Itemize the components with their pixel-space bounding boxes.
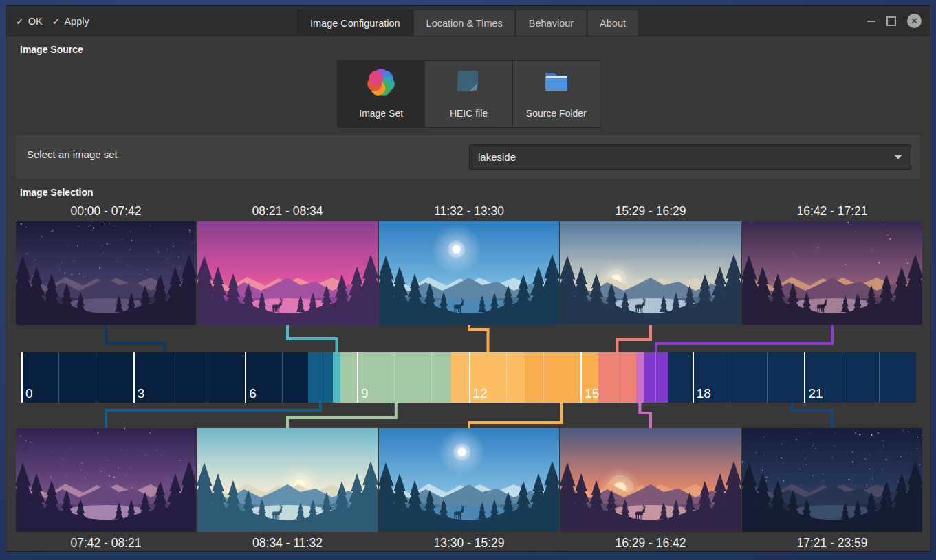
time-range-label: 16:29 - 16:42 bbox=[560, 536, 741, 550]
hour-label: 0 bbox=[25, 386, 33, 401]
hour-label: 3 bbox=[138, 386, 145, 401]
hour-label: 15 bbox=[585, 386, 599, 401]
time-range-label: 00:00 - 07:42 bbox=[16, 204, 196, 219]
hour-label: 6 bbox=[249, 386, 257, 401]
hour-label: 12 bbox=[473, 386, 488, 401]
timeline-segment-00:00-07:42[interactable] bbox=[21, 352, 308, 403]
wallpaper-thumbnail-bottom_row-0[interactable] bbox=[16, 428, 196, 532]
connector-bottom-4 bbox=[792, 401, 832, 429]
hour-minor-gridline bbox=[655, 352, 656, 403]
hour-minor-gridline bbox=[730, 352, 730, 403]
connector-bottom-3 bbox=[640, 401, 651, 429]
time-range-label: 13:30 - 15:29 bbox=[379, 536, 559, 550]
hour-major-gridline bbox=[133, 352, 135, 403]
time-range-label: 17:21 - 23:59 bbox=[742, 536, 922, 550]
hour-label: 18 bbox=[697, 386, 711, 401]
hour-major-gridline bbox=[693, 352, 694, 403]
hour-major-gridline bbox=[804, 352, 805, 403]
timeline-segment-16:42-17:21[interactable] bbox=[644, 352, 668, 403]
wallpaper-thumbnail-top_row-4[interactable] bbox=[742, 221, 922, 325]
time-range-label: 16:42 - 17:21 bbox=[742, 204, 922, 219]
hour-major-gridline bbox=[21, 352, 23, 403]
connector-top-3 bbox=[617, 324, 651, 355]
hour-minor-gridline bbox=[394, 352, 395, 403]
desktop-background: ✓ OK ✓ Apply Image ConfigurationLocation… bbox=[0, 0, 936, 560]
timeline-bar: 036912151821 bbox=[21, 352, 916, 403]
hour-minor-gridline bbox=[618, 352, 618, 403]
wallpaper-thumbnail-top_row-2[interactable] bbox=[379, 221, 559, 325]
hour-minor-gridline bbox=[96, 352, 96, 403]
connector-bottom-1 bbox=[287, 401, 396, 429]
hour-major-gridline bbox=[245, 352, 246, 403]
hour-minor-gridline bbox=[171, 352, 171, 403]
wallpaper-thumbnail-bottom_row-2[interactable] bbox=[379, 428, 559, 532]
wallpaper-thumbnail-top_row-3[interactable] bbox=[560, 221, 741, 325]
connector-top-2 bbox=[469, 324, 488, 355]
hour-minor-gridline bbox=[767, 352, 768, 403]
time-range-label: 11:32 - 13:30 bbox=[379, 204, 559, 219]
hour-minor-gridline bbox=[431, 352, 432, 403]
timeline-segment-08:21-08:34[interactable] bbox=[333, 352, 341, 403]
timeline-segment-11:32-13:30[interactable] bbox=[451, 352, 525, 403]
hour-label: 9 bbox=[361, 386, 369, 401]
hour-minor-gridline bbox=[282, 352, 283, 403]
hour-minor-gridline bbox=[58, 352, 59, 403]
wallpaper-thumbnail-bottom_row-3[interactable] bbox=[560, 428, 741, 532]
hour-major-gridline bbox=[469, 352, 470, 403]
wallpaper-thumbnail-top_row-0[interactable] bbox=[16, 221, 196, 325]
hour-minor-gridline bbox=[543, 352, 544, 403]
wallpaper-thumbnail-bottom_row-4[interactable] bbox=[742, 428, 922, 532]
connector-top-4 bbox=[656, 324, 832, 355]
timeline-segment-16:29-16:42[interactable] bbox=[636, 352, 644, 403]
time-range-label: 15:29 - 16:29 bbox=[560, 204, 741, 219]
time-range-label: 08:34 - 11:32 bbox=[197, 536, 378, 550]
connector-bottom-2 bbox=[469, 401, 562, 429]
hour-minor-gridline bbox=[506, 352, 507, 403]
time-range-label: 07:42 - 08:21 bbox=[16, 536, 196, 550]
hour-minor-gridline bbox=[320, 352, 320, 403]
connector-bottom-0 bbox=[106, 401, 320, 429]
timeline-segment-07:42-08:21[interactable] bbox=[308, 352, 332, 403]
hour-major-gridline bbox=[357, 352, 358, 403]
connector-top-1 bbox=[287, 324, 337, 355]
app-window: ✓ OK ✓ Apply Image ConfigurationLocation… bbox=[6, 5, 930, 552]
image-selection-area: 03691215182100:00 - 07:42 08:21 - 08:34 … bbox=[6, 6, 930, 551]
wallpaper-thumbnail-bottom_row-1[interactable] bbox=[197, 428, 378, 532]
hour-minor-gridline bbox=[208, 352, 208, 403]
hour-minor-gridline bbox=[842, 352, 842, 403]
hour-major-gridline bbox=[580, 352, 582, 403]
hour-minor-gridline bbox=[879, 352, 880, 403]
time-range-label: 08:21 - 08:34 bbox=[197, 204, 378, 219]
hour-label: 21 bbox=[808, 386, 823, 401]
connector-top-0 bbox=[106, 324, 165, 355]
wallpaper-thumbnail-top_row-1[interactable] bbox=[197, 221, 378, 325]
